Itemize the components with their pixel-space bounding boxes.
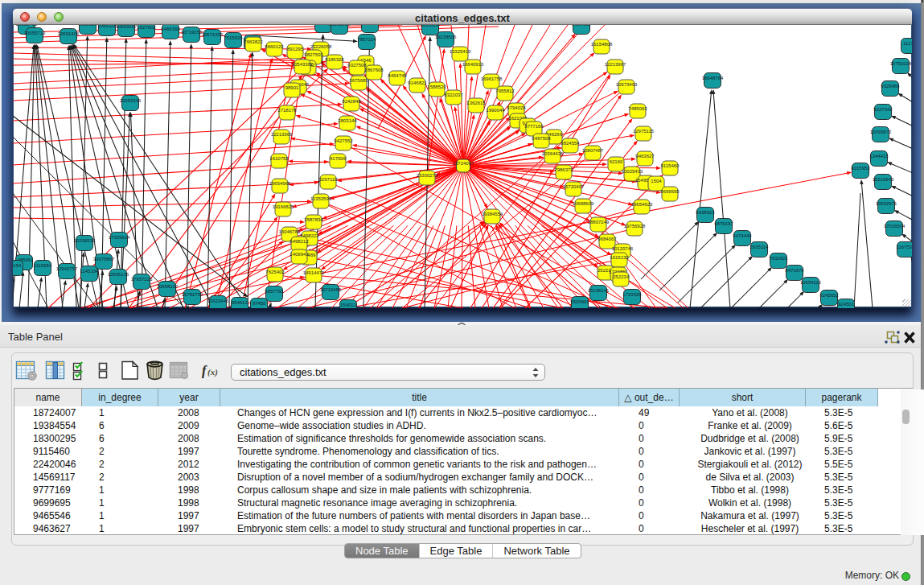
svg-text:2935114: 2935114 [750, 245, 770, 249]
svg-text:11353594: 11353594 [310, 196, 332, 201]
svg-text:12942757: 12942757 [56, 266, 78, 271]
svg-text:20206535: 20206535 [74, 238, 96, 243]
svg-text:8938923: 8938923 [696, 210, 715, 215]
svg-text:1362615: 1362615 [466, 101, 486, 105]
svg-text:17957225: 17957225 [131, 277, 153, 282]
svg-text:7955812: 7955812 [495, 89, 515, 93]
svg-text:2087682: 2087682 [572, 25, 591, 27]
svg-text:1610755: 1610755 [269, 156, 289, 161]
svg-text:13325419: 13325419 [450, 49, 471, 54]
svg-text:15720407: 15720407 [563, 184, 585, 189]
svg-text:7632621: 7632621 [769, 256, 788, 261]
svg-text:16033809: 16033809 [329, 25, 351, 27]
svg-text:19166825: 19166825 [273, 204, 294, 209]
svg-text:1115684: 1115684 [34, 263, 52, 268]
svg-text:9777169: 9777169 [524, 124, 544, 129]
svg-text:9427552: 9427552 [334, 138, 353, 143]
svg-text:9227342: 9227342 [873, 107, 893, 112]
svg-text:16961758: 16961758 [481, 76, 503, 81]
svg-text:8215953: 8215953 [851, 166, 870, 171]
svg-text:17359924: 17359924 [109, 235, 130, 240]
svg-text:9115460: 9115460 [661, 163, 680, 168]
svg-text:16782759: 16782759 [182, 292, 203, 297]
svg-text:20053346: 20053346 [120, 98, 142, 103]
svg-text:2867608: 2867608 [364, 68, 384, 72]
svg-text:10671355: 10671355 [202, 32, 224, 37]
svg-text:12923446: 12923446 [207, 299, 229, 303]
svg-text:12213967: 12213967 [605, 62, 626, 67]
svg-text:10973493: 10973493 [616, 82, 638, 87]
svg-text:9242848: 9242848 [342, 99, 361, 104]
svg-text:924501: 924501 [838, 302, 855, 307]
svg-text:9657791: 9657791 [265, 289, 284, 294]
svg-text:5524961: 5524961 [570, 299, 589, 304]
svg-text:10719155: 10719155 [181, 30, 203, 35]
svg-text:1504: 1504 [651, 179, 662, 183]
svg-text:252234: 252234 [613, 274, 630, 279]
svg-text:1244415: 1244415 [869, 154, 889, 159]
svg-text:15692971: 15692971 [876, 201, 897, 206]
svg-text:8471676: 8471676 [785, 268, 804, 273]
svg-text:7986372: 7986372 [554, 167, 573, 172]
svg-text:18807249: 18807249 [588, 220, 610, 225]
svg-text:7857224: 7857224 [357, 37, 376, 42]
svg-text:16648784: 16648784 [702, 76, 724, 80]
svg-text:3587834: 3587834 [304, 217, 323, 222]
svg-text:154012: 154012 [340, 303, 357, 307]
svg-text:39154: 39154 [13, 263, 22, 268]
svg-text:10807487: 10807487 [582, 148, 604, 153]
svg-text:16640910: 16640910 [462, 62, 484, 67]
svg-text:6794028: 6794028 [507, 105, 526, 110]
svg-text:9474444: 9474444 [733, 233, 752, 238]
svg-text:15751024: 15751024 [890, 61, 912, 66]
svg-text:6497508: 6497508 [532, 136, 551, 141]
svg-text:98901: 98901 [285, 85, 299, 90]
svg-text:7663822: 7663822 [244, 39, 263, 44]
svg-text:10543382: 10543382 [292, 62, 314, 67]
svg-text:10958107: 10958107 [157, 284, 179, 289]
svg-text:(x): (x) [207, 367, 218, 377]
svg-text:20055713: 20055713 [24, 31, 46, 35]
svg-text:30975867: 30975867 [93, 257, 115, 262]
svg-text:17016504: 17016504 [884, 224, 906, 229]
svg-text:10025433: 10025433 [622, 169, 643, 174]
svg-text:1167533: 1167533 [897, 245, 912, 249]
svg-text:19218506: 19218506 [435, 35, 457, 39]
svg-text:1990044: 1990044 [486, 108, 505, 113]
svg-text:2718176: 2718176 [277, 108, 297, 113]
svg-text:3824554: 3824554 [561, 141, 580, 146]
svg-text:14914479: 14914479 [303, 270, 325, 275]
svg-text:8454749: 8454749 [388, 73, 407, 78]
svg-text:7485063: 7485063 [628, 106, 647, 111]
svg-text:12093872: 12093872 [870, 130, 892, 134]
svg-text:15136141: 15136141 [588, 288, 610, 293]
svg-text:3675685: 3675685 [349, 78, 368, 83]
svg-text:12505135: 12505135 [108, 272, 129, 277]
svg-text:20691406: 20691406 [58, 31, 80, 36]
svg-text:9699695: 9699695 [660, 189, 680, 194]
svg-text:7515526: 7515526 [224, 35, 243, 40]
svg-text:8660123: 8660123 [265, 44, 284, 49]
svg-text:6466160: 6466160 [161, 27, 180, 31]
svg-text:11174: 11174 [903, 41, 912, 46]
svg-text:19756928: 19756928 [624, 224, 646, 229]
svg-text:6879197: 6879197 [714, 221, 733, 226]
svg-text:417006: 417006 [330, 156, 347, 161]
svg-text:9827503: 9827503 [304, 52, 323, 57]
svg-text:8322037: 8322037 [444, 93, 463, 97]
svg-text:16046786: 16046786 [279, 229, 301, 234]
svg-text:20364436: 20364436 [542, 151, 564, 156]
svg-text:1145194: 1145194 [80, 269, 100, 274]
svg-text:19654965: 19654965 [269, 181, 291, 186]
svg-text:1065321: 1065321 [78, 25, 97, 27]
svg-text:10654112: 10654112 [800, 280, 822, 285]
svg-text:9463627: 9463627 [635, 154, 655, 159]
svg-text:8813054: 8813054 [421, 25, 440, 27]
svg-text:10688609: 10688609 [573, 201, 594, 206]
svg-text:12975115: 12975115 [633, 129, 655, 134]
svg-text:23226058: 23226058 [310, 44, 332, 49]
svg-text:16210643: 16210643 [873, 177, 894, 182]
svg-text:9684067: 9684067 [598, 237, 617, 241]
svg-text:19384554: 19384554 [482, 212, 503, 216]
svg-text:954012: 954012 [232, 300, 248, 305]
